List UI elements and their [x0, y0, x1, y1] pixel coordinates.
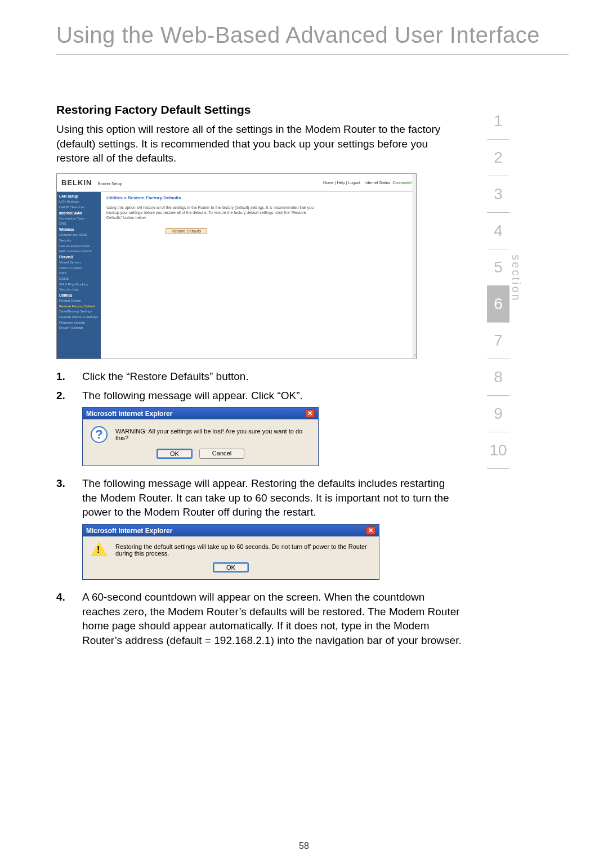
section-nav-8[interactable]: 8	[487, 359, 509, 396]
sidebar-item[interactable]: WAN Ping Blocking	[59, 282, 99, 288]
close-icon[interactable]: ✕	[366, 526, 375, 535]
ok-button[interactable]: OK	[157, 449, 193, 459]
sidebar-item[interactable]: Channel and SSID	[59, 232, 99, 238]
ok-button[interactable]: OK	[213, 562, 249, 572]
router-admin-screenshot: BELKIN Router Setup Home | Help | Logout…	[56, 173, 417, 359]
dialog-titlebar: Microsoft Internet Explorer ✕	[83, 525, 379, 536]
step-1-number: 1.	[56, 369, 82, 384]
question-icon: ?	[91, 426, 108, 443]
step-1-text: Click the “Restore Defaults” button.	[82, 369, 462, 384]
router-header-nav[interactable]: Home | Help | Logout	[323, 181, 360, 185]
sidebar-group-heading: LAN Setup	[59, 194, 99, 199]
sidebar-item[interactable]: Connection Type	[59, 216, 99, 222]
section-nav-5[interactable]: 5	[487, 249, 509, 286]
router-status-value: Connected	[392, 181, 412, 185]
router-main-pane: Utilities > Restore Factory Defaults Usi…	[101, 192, 416, 359]
sidebar-item[interactable]: DHCP Client List	[59, 205, 99, 211]
page-number: 58	[0, 841, 608, 851]
sidebar-group-heading: Wireless	[59, 227, 99, 232]
step-3: 3. The following message will appear. Re…	[56, 476, 462, 520]
step-1: 1. Click the “Restore Defaults” button.	[56, 369, 462, 384]
warning-icon	[91, 542, 108, 556]
dialog-message: WARNING: All your settings will be lost!…	[115, 428, 311, 441]
router-subbrand: Router Setup	[97, 182, 122, 186]
close-icon[interactable]: ✕	[305, 409, 315, 418]
section-vertical-label: section	[509, 254, 522, 302]
restore-defaults-button[interactable]: Restore Defaults	[166, 228, 207, 234]
section-nav-3[interactable]: 3	[487, 176, 509, 213]
section-nav-7[interactable]: 7	[487, 323, 509, 359]
router-status-label: Internet Status:	[365, 181, 391, 185]
section-nav-1[interactable]: 1	[487, 103, 509, 140]
step-3-text: The following message will appear. Resto…	[82, 476, 462, 520]
section-nav-6[interactable]: 6	[487, 286, 509, 323]
sidebar-item[interactable]: Save/Backup Settings	[59, 309, 99, 315]
dialog-titlebar: Microsoft Internet Explorer ✕	[83, 408, 318, 419]
section-nav-9[interactable]: 9	[487, 396, 509, 432]
router-sidebar: LAN SetupLAN SettingsDHCP Client ListInt…	[57, 192, 101, 359]
sidebar-item[interactable]: Use as Access Point	[59, 244, 99, 249]
sidebar-item[interactable]: Security	[59, 238, 99, 244]
sidebar-item[interactable]: Virtual Servers	[59, 260, 99, 266]
sidebar-item[interactable]: System Settings	[59, 325, 99, 331]
sidebar-item[interactable]: Restart Router	[59, 298, 99, 304]
router-header: BELKIN Router Setup Home | Help | Logout…	[57, 174, 416, 192]
sidebar-item[interactable]: DMZ	[59, 271, 99, 276]
sidebar-item[interactable]: DNS	[59, 221, 99, 227]
main-column: Restoring Factory Default Settings Using…	[56, 103, 473, 652]
router-scrollbar[interactable]	[413, 174, 416, 359]
step-4-number: 4.	[56, 590, 82, 648]
cancel-button[interactable]: Cancel	[199, 449, 244, 459]
info-dialog: Microsoft Internet Explorer ✕ Restoring …	[82, 524, 379, 580]
step-4-text: A 60-second countdown will appear on the…	[82, 590, 462, 648]
section-nav-2[interactable]: 2	[487, 140, 509, 176]
sidebar-group-heading: Utilities	[59, 293, 99, 298]
page-title: Using the Web-Based Advanced User Interf…	[56, 23, 569, 55]
section-nav-4[interactable]: 4	[487, 213, 509, 249]
warning-dialog: Microsoft Internet Explorer ✕ ? WARNING:…	[82, 407, 319, 466]
section-heading: Restoring Factory Default Settings	[56, 103, 462, 117]
sidebar-item[interactable]: MAC Address Control	[59, 249, 99, 254]
sidebar-group-heading: Internet WAN	[59, 211, 99, 216]
step-3-number: 3.	[56, 476, 82, 520]
section-nav-10[interactable]: 10	[487, 432, 509, 469]
sidebar-item[interactable]: DDNS	[59, 276, 99, 282]
intro-paragraph: Using this option will restore all of th…	[56, 122, 462, 165]
section-nav: 12345678910section	[473, 103, 524, 469]
sidebar-item[interactable]: Restore Factory Default	[59, 304, 99, 310]
dialog-title-text: Microsoft Internet Explorer	[86, 527, 172, 535]
step-2-number: 2.	[56, 388, 82, 403]
dialog-title-text: Microsoft Internet Explorer	[86, 410, 172, 418]
step-2: 2. The following message will appear. Cl…	[56, 388, 462, 403]
router-main-text: Using this option will restore all of th…	[106, 205, 320, 220]
router-breadcrumb: Utilities > Restore Factory Defaults	[106, 195, 410, 200]
sidebar-item[interactable]: Security Log	[59, 287, 99, 293]
sidebar-group-heading: Firewall	[59, 254, 99, 260]
sidebar-item[interactable]: Restore Previous Settings	[59, 315, 99, 320]
sidebar-item[interactable]: LAN Settings	[59, 199, 99, 205]
step-2-text: The following message will appear. Click…	[82, 388, 462, 403]
step-4: 4. A 60-second countdown will appear on …	[56, 590, 462, 648]
router-header-links: Home | Help | Logout Internet Status: Co…	[323, 181, 412, 185]
sidebar-item[interactable]: Client IP Filters	[59, 266, 99, 271]
router-brand: BELKIN	[61, 178, 92, 187]
dialog-message: Restoring the default settings will take…	[115, 543, 372, 557]
sidebar-item[interactable]: Firmware Update	[59, 320, 99, 326]
